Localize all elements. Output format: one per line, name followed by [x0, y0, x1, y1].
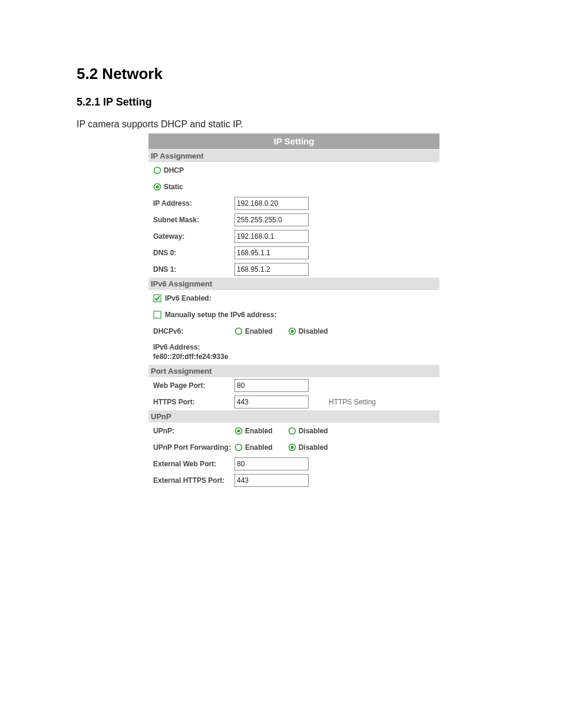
- static-label: Static: [164, 183, 183, 191]
- checkbox-icon: [153, 311, 161, 319]
- https-port-input[interactable]: [234, 396, 309, 409]
- svg-point-0: [154, 167, 161, 174]
- radio-icon: [153, 166, 161, 174]
- svg-point-10: [289, 428, 295, 434]
- radio-icon: [234, 327, 243, 335]
- dns1-input[interactable]: [234, 263, 309, 276]
- ip-setting-panel: IP Setting IP Assignment DHCP Static IP …: [148, 133, 439, 489]
- section-port-assignment: Port Assignment: [148, 365, 439, 377]
- svg-point-9: [237, 430, 240, 433]
- ipv6-address-label: IPv6 Address:: [153, 343, 439, 353]
- upnp-pf-enabled-label: Enabled: [245, 443, 273, 452]
- ipv6-enabled-row[interactable]: IPv6 Enabled:: [148, 290, 439, 307]
- https-setting-link[interactable]: HTTPS Setting: [329, 398, 376, 406]
- ipv6-manual-row[interactable]: Manually setup the IPv6 address:: [148, 307, 439, 323]
- dns0-label: DNS 0:: [153, 249, 234, 257]
- web-port-label: Web Page Port:: [153, 381, 234, 390]
- web-port-input[interactable]: [234, 379, 309, 392]
- upnp-enabled-option[interactable]: Enabled: [234, 427, 273, 435]
- dhcpv6-enabled-label: Enabled: [245, 327, 273, 335]
- upnp-pf-enabled-option[interactable]: Enabled: [234, 443, 273, 452]
- radio-row-dhcp[interactable]: DHCP: [148, 162, 439, 179]
- upnp-pf-label: UPnP Port Forwarding:: [153, 443, 234, 452]
- upnp-enabled-label: Enabled: [245, 427, 273, 435]
- dhcpv6-label: DHCPv6:: [153, 327, 234, 335]
- section-upnp: UPnP: [148, 410, 439, 423]
- heading-network: 5.2 Network: [77, 65, 485, 83]
- radio-icon: [288, 327, 296, 335]
- dns1-label: DNS 1:: [153, 265, 234, 274]
- ipv6-enabled-label: IPv6 Enabled:: [165, 294, 211, 302]
- section-ipv6-assignment: IPv6 Assignment: [148, 278, 439, 290]
- svg-point-5: [236, 328, 242, 335]
- dhcpv6-disabled-label: Disabled: [299, 327, 328, 335]
- intro-text: IP camera supports DHCP and static IP.: [77, 119, 485, 130]
- gateway-label: Gateway:: [153, 232, 234, 241]
- dhcpv6-enabled-option[interactable]: Enabled: [234, 327, 273, 335]
- upnp-disabled-option[interactable]: Disabled: [288, 427, 328, 435]
- dhcp-label: DHCP: [164, 166, 184, 174]
- svg-point-11: [236, 444, 242, 451]
- radio-icon: [234, 427, 243, 435]
- ipv6-address-value: fe80::20f:dff:fe24:933e: [153, 353, 439, 362]
- upnp-disabled-label: Disabled: [299, 427, 328, 435]
- panel-title: IP Setting: [148, 134, 439, 150]
- svg-rect-4: [154, 311, 161, 318]
- ip-address-label: IP Address:: [153, 199, 234, 207]
- ext-web-port-label: External Web Port:: [153, 460, 234, 468]
- ext-https-port-input[interactable]: [234, 474, 309, 487]
- upnp-label: UPnP:: [153, 427, 234, 435]
- subnet-mask-label: Subnet Mask:: [153, 216, 234, 224]
- upnp-pf-disabled-label: Disabled: [299, 443, 328, 452]
- checkbox-icon: [153, 294, 161, 302]
- dhcpv6-disabled-option[interactable]: Disabled: [288, 327, 328, 335]
- radio-icon: [288, 443, 296, 452]
- radio-icon: [234, 443, 243, 452]
- gateway-input[interactable]: [234, 230, 309, 243]
- dns0-input[interactable]: [234, 246, 309, 259]
- radio-icon: [288, 427, 296, 435]
- https-port-label: HTTPS Port:: [153, 398, 234, 406]
- ip-address-input[interactable]: [234, 197, 309, 210]
- radio-row-static[interactable]: Static: [148, 179, 439, 195]
- subnet-mask-input[interactable]: [234, 213, 309, 226]
- radio-icon: [153, 183, 161, 191]
- svg-point-13: [290, 446, 293, 449]
- ext-https-port-label: External HTTPS Port:: [153, 476, 234, 485]
- ipv6-manual-label: Manually setup the IPv6 address:: [165, 311, 276, 319]
- ext-web-port-input[interactable]: [234, 457, 309, 470]
- heading-ip-setting: 5.2.1 IP Setting: [77, 96, 485, 108]
- svg-point-2: [156, 185, 158, 188]
- upnp-pf-disabled-option[interactable]: Disabled: [288, 443, 328, 452]
- svg-point-7: [290, 330, 293, 332]
- section-ip-assignment: IP Assignment: [148, 150, 439, 162]
